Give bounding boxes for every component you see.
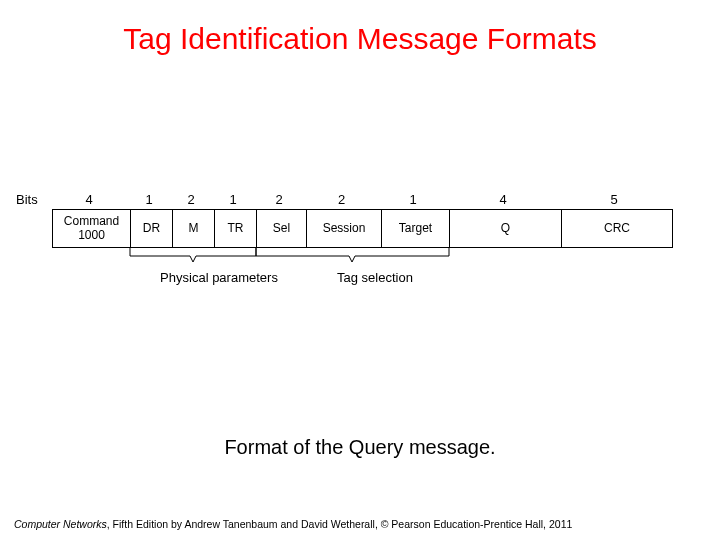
field-label: DR (143, 221, 160, 235)
slide-footer: Computer Networks, Fifth Edition by Andr… (14, 518, 706, 530)
bracket-annotations-icon (52, 248, 672, 270)
bits-col-5: 2 (304, 192, 379, 207)
field-session: Session (307, 210, 382, 247)
field-label: TR (228, 221, 244, 235)
field-label: Command (64, 214, 119, 228)
figure-caption: Format of the Query message. (0, 436, 720, 459)
bits-col-6: 1 (379, 192, 447, 207)
field-command: Command 1000 (53, 210, 131, 247)
field-dr: DR (131, 210, 173, 247)
bits-col-0: 4 (50, 192, 128, 207)
bits-label: Bits (14, 192, 50, 207)
field-label: M (189, 221, 199, 235)
bits-col-4: 2 (254, 192, 304, 207)
field-label: Sel (273, 221, 290, 235)
bits-col-1: 1 (128, 192, 170, 207)
slide-title: Tag Identification Message Formats (0, 0, 720, 56)
field-crc: CRC (562, 210, 672, 247)
field-label: Target (399, 221, 432, 235)
message-format-diagram: Bits 4 1 2 1 2 2 1 4 5 Command 1000 DR M… (14, 192, 706, 285)
field-tr: TR (215, 210, 257, 247)
field-m: M (173, 210, 215, 247)
field-label: Q (501, 221, 510, 235)
footer-book-title: Computer Networks (14, 518, 107, 530)
bits-col-7: 4 (447, 192, 559, 207)
footer-rest: , Fifth Edition by Andrew Tanenbaum and … (107, 518, 573, 530)
annotation-physical-parameters: Physical parameters (128, 270, 310, 285)
annotation-labels-row: Physical parameters Tag selection (52, 270, 706, 285)
field-sel: Sel (257, 210, 307, 247)
bits-col-3: 1 (212, 192, 254, 207)
field-target: Target (382, 210, 450, 247)
bits-header-row: Bits 4 1 2 1 2 2 1 4 5 (14, 192, 706, 207)
fields-row: Command 1000 DR M TR Sel Session Target … (52, 209, 673, 248)
bits-col-2: 2 (170, 192, 212, 207)
field-label: CRC (604, 221, 630, 235)
field-q: Q (450, 210, 562, 247)
field-label: Session (323, 221, 366, 235)
annotation-tag-selection: Tag selection (310, 270, 440, 285)
bits-col-8: 5 (559, 192, 669, 207)
field-value: 1000 (78, 228, 105, 242)
